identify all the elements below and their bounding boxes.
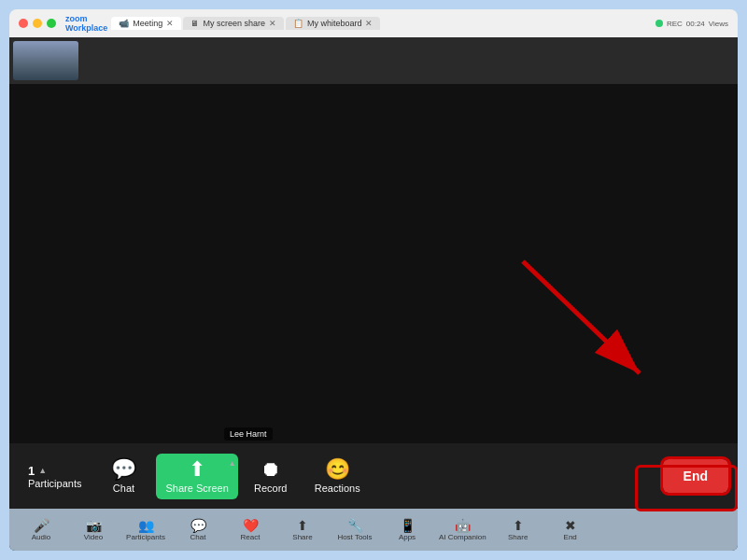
participants-button[interactable]: 1 ▲ Participants: [19, 458, 91, 495]
zoom-window: Lee Harnt 1 ▲ Participants 💬 Chat ⬆ Shar…: [9, 37, 738, 551]
sub-apps-icon: 📱: [400, 518, 416, 533]
sub-ai-label: AI Companion: [439, 533, 486, 541]
reactions-label: Reactions: [315, 483, 360, 494]
sub-apps-label: Apps: [399, 533, 416, 541]
record-label: Record: [254, 483, 287, 494]
share-screen-caret-icon[interactable]: ▲: [229, 459, 236, 468]
sub-share-button[interactable]: ⬆ Share: [278, 516, 327, 543]
tab-whiteboard-close-icon[interactable]: ✕: [365, 19, 373, 28]
chat-button[interactable]: 💬 Chat: [91, 454, 156, 499]
sub-share2-button[interactable]: ⬆ Share: [494, 516, 543, 543]
sub-host-tools-button[interactable]: 🔧 Host Tools: [331, 516, 379, 543]
video-icon: 📷: [86, 518, 102, 533]
audio-icon: 🎤: [34, 518, 49, 533]
participant-name-label: Lee Harnt: [224, 427, 273, 441]
sub-participants-label: Participants: [126, 533, 165, 541]
timer-label: 00:24: [686, 20, 705, 28]
sub-audio-button[interactable]: 🎤 Audio: [17, 516, 65, 543]
participants-caret-icon[interactable]: ▲: [38, 466, 47, 475]
end-button[interactable]: End: [663, 459, 728, 493]
audio-label: Audio: [32, 533, 50, 541]
sub-react-icon: ❤️: [243, 518, 259, 533]
tab-meeting[interactable]: 📹 Meeting ✕: [111, 17, 181, 30]
browser-tabs: 📹 Meeting ✕ 🖥 My screen share ✕ 📋 My whi…: [111, 17, 655, 30]
browser-chrome: zoomWorkplace 📹 Meeting ✕ 🖥 My screen sh…: [9, 9, 738, 37]
record-button[interactable]: ⏺ Record: [238, 454, 303, 499]
reactions-button[interactable]: 😊 Reactions: [303, 454, 372, 499]
close-button[interactable]: [19, 19, 28, 28]
video-preview-strip: [9, 37, 738, 84]
sub-ai-icon: 🤖: [455, 518, 471, 533]
tab-screen-close-icon[interactable]: ✕: [269, 19, 276, 28]
record-icon: ⏺: [261, 459, 281, 480]
sub-share-label: Share: [292, 533, 312, 541]
reactions-icon: 😊: [325, 459, 350, 480]
tab-whiteboard-label: My whiteboard: [307, 19, 362, 28]
sub-react-button[interactable]: ❤️ React: [226, 516, 275, 543]
sub-share2-label: Share: [508, 533, 528, 541]
sub-end-icon: ✖: [565, 518, 576, 533]
sub-ai-button[interactable]: 🤖 AI Companion: [435, 516, 490, 543]
sub-end-button[interactable]: ✖ End: [546, 516, 595, 543]
share-screen-button[interactable]: ⬆ Share Screen ▲: [156, 454, 237, 499]
tab-screen-share-icon: 🖥: [190, 19, 199, 28]
traffic-lights: [19, 19, 56, 28]
participants-count: 1: [28, 464, 35, 478]
sub-end-label: End: [564, 533, 577, 541]
zoom-logo: zoomWorkplace: [65, 14, 107, 33]
sub-participants-button[interactable]: 👥 Participants: [121, 516, 170, 543]
tab-meeting-icon: 📹: [119, 19, 129, 28]
tab-screen-share-label: My screen share: [203, 19, 265, 28]
sub-host-tools-icon: 🔧: [347, 518, 363, 533]
minimize-button[interactable]: [33, 19, 42, 28]
participants-label: Participants: [28, 478, 81, 489]
share-screen-label: Share Screen: [165, 483, 228, 494]
sub-host-tools-label: Host Tools: [337, 533, 372, 541]
tab-whiteboard[interactable]: 📋 My whiteboard ✕: [286, 17, 381, 30]
video-label: Video: [84, 533, 103, 541]
sub-react-label: React: [241, 533, 261, 541]
sub-participants-icon: 👥: [138, 518, 154, 533]
video-thumbnail: [13, 41, 78, 80]
sub-video-button[interactable]: 📷 Video: [69, 516, 118, 543]
main-toolbar: 1 ▲ Participants 💬 Chat ⬆ Share Screen ▲…: [9, 443, 738, 509]
chat-icon: 💬: [111, 459, 136, 480]
tab-close-icon[interactable]: ✕: [166, 19, 174, 28]
sub-toolbar: 🎤 Audio 📷 Video 👥 Participants 💬 Chat ❤️…: [9, 509, 738, 551]
sub-chat-button[interactable]: 💬 Chat: [174, 516, 222, 543]
rec-label: REC: [667, 20, 683, 28]
chat-label: Chat: [113, 483, 134, 494]
tab-screen-share[interactable]: 🖥 My screen share ✕: [183, 17, 284, 30]
sub-share2-icon: ⬆: [513, 518, 524, 533]
sub-apps-button[interactable]: 📱 Apps: [383, 516, 431, 543]
main-video-area: [9, 84, 738, 443]
share-screen-icon: ⬆: [189, 459, 205, 480]
tab-whiteboard-icon: 📋: [293, 19, 303, 28]
browser-status: REC 00:24 Views: [655, 20, 728, 28]
sub-chat-icon: 💬: [190, 518, 206, 533]
maximize-button[interactable]: [47, 19, 56, 28]
tab-meeting-label: Meeting: [133, 19, 162, 28]
status-dot: [655, 20, 663, 27]
sub-chat-label: Chat: [190, 533, 206, 541]
sub-share-icon: ⬆: [297, 518, 308, 533]
views-label: Views: [709, 20, 728, 28]
participant-video: [13, 41, 78, 80]
